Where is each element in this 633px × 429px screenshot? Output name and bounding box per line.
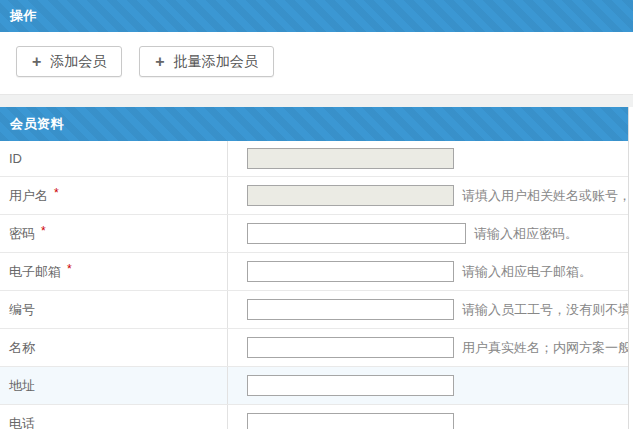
field-input-cell: 请输入相应电子邮箱。 <box>228 253 628 290</box>
address-row: 地址 <box>0 367 628 405</box>
member-form-panel-header: 会员资料 <box>0 107 628 141</box>
field-label-cell: 电话 <box>0 405 228 429</box>
field-label-cell: ID <box>0 141 228 176</box>
actions-toolbar: + 添加会员 + 批量添加会员 <box>0 32 633 94</box>
field-input-cell: 请输入员工工号，没有则不填 <box>228 291 628 328</box>
id-row: ID <box>0 141 628 177</box>
field-label: ID <box>9 151 22 166</box>
field-label: 编号 <box>9 301 35 319</box>
member-form-panel: 会员资料 ID 用户名 * 请填入用户相关姓名或账号，企 密码 * 请输入相应密… <box>0 107 629 429</box>
number-row: 编号 请输入员工工号，没有则不填 <box>0 291 628 329</box>
number-input[interactable] <box>247 299 454 320</box>
plus-icon: + <box>32 54 41 70</box>
page: 操作 + 添加会员 + 批量添加会员 会员资料 ID 用户名 * <box>0 0 633 429</box>
field-hint: 请输入相应电子邮箱。 <box>462 263 592 281</box>
name-row: 名称 用户真实姓名；内网方案一般不 <box>0 329 628 367</box>
phone-row: 电话 <box>0 405 628 429</box>
field-label: 电子邮箱 <box>9 263 61 281</box>
required-marker: * <box>67 262 72 276</box>
field-input-cell <box>228 405 628 429</box>
button-label: 添加会员 <box>50 53 106 71</box>
plus-icon: + <box>155 54 164 70</box>
field-label-cell: 电子邮箱 * <box>0 253 228 290</box>
add-member-button[interactable]: + 添加会员 <box>16 46 122 77</box>
username-input[interactable] <box>247 185 454 206</box>
field-label-cell: 密码 * <box>0 215 228 252</box>
field-label-cell: 地址 <box>0 367 228 404</box>
phone-input[interactable] <box>247 413 454 429</box>
section-divider <box>0 94 633 107</box>
email-input[interactable] <box>247 261 454 282</box>
password-row: 密码 * 请输入相应密码。 <box>0 215 628 253</box>
field-label-cell: 名称 <box>0 329 228 366</box>
field-label: 用户名 <box>9 187 48 205</box>
field-label-cell: 用户名 * <box>0 177 228 214</box>
required-marker: * <box>54 186 59 200</box>
member-form-panel-title: 会员资料 <box>10 116 64 131</box>
actions-panel-header: 操作 <box>0 0 633 32</box>
member-form-table: ID 用户名 * 请填入用户相关姓名或账号，企 密码 * 请输入相应密码。 电子… <box>0 141 628 429</box>
batch-add-member-button[interactable]: + 批量添加会员 <box>139 46 273 77</box>
name-input[interactable] <box>247 337 454 358</box>
field-label: 名称 <box>9 339 35 357</box>
field-hint: 请输入相应密码。 <box>474 225 578 243</box>
field-hint: 请填入用户相关姓名或账号，企 <box>462 187 628 205</box>
field-hint: 用户真实姓名；内网方案一般不 <box>462 339 628 357</box>
id-input[interactable] <box>247 148 454 169</box>
field-label-cell: 编号 <box>0 291 228 328</box>
field-label: 地址 <box>9 377 35 395</box>
email-row: 电子邮箱 * 请输入相应电子邮箱。 <box>0 253 628 291</box>
actions-panel-title: 操作 <box>10 8 37 23</box>
password-input[interactable] <box>247 223 466 244</box>
button-label: 批量添加会员 <box>174 53 258 71</box>
field-input-cell <box>228 367 628 404</box>
field-input-cell: 用户真实姓名；内网方案一般不 <box>228 329 628 366</box>
required-marker: * <box>41 224 46 238</box>
username-row: 用户名 * 请填入用户相关姓名或账号，企 <box>0 177 628 215</box>
field-label: 密码 <box>9 225 35 243</box>
field-input-cell: 请填入用户相关姓名或账号，企 <box>228 177 628 214</box>
field-input-cell: 请输入相应密码。 <box>228 215 628 252</box>
actions-panel: 操作 + 添加会员 + 批量添加会员 <box>0 0 633 94</box>
field-hint: 请输入员工工号，没有则不填 <box>462 301 628 319</box>
address-input[interactable] <box>247 375 454 396</box>
field-label: 电话 <box>9 415 35 429</box>
field-input-cell <box>228 141 628 176</box>
